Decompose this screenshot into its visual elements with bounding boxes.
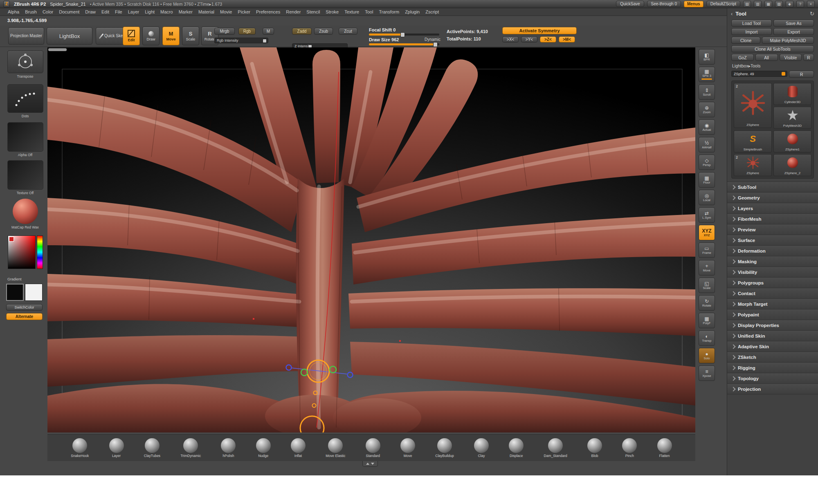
disk-gauge-icon[interactable]: ▥ xyxy=(754,1,762,7)
subpalette-header[interactable]: Masking xyxy=(727,256,818,267)
draw-mode-button[interactable]: Draw xyxy=(142,27,160,45)
subpalette-header[interactable]: Topology xyxy=(727,373,818,384)
menu-item[interactable]: Color xyxy=(40,9,56,14)
color-picker[interactable] xyxy=(6,235,44,269)
shelf-button[interactable]: ≡ Xpose xyxy=(699,365,715,381)
focal-shift-slider[interactable] xyxy=(369,34,439,36)
menu-item[interactable]: Zscript xyxy=(422,9,442,14)
menu-item[interactable]: Light xyxy=(142,9,157,14)
goz-all-button[interactable]: All xyxy=(755,54,778,61)
menu-item[interactable]: Material xyxy=(196,9,217,14)
symmetry-m-button[interactable]: >M< xyxy=(559,36,575,43)
slider-r-button[interactable]: R xyxy=(789,71,814,78)
close-icon[interactable]: × xyxy=(807,1,815,7)
gradient-label[interactable]: Gradient xyxy=(7,277,22,281)
shelf-button[interactable]: ◧ BPR xyxy=(699,49,715,65)
projection-master-button[interactable]: Projection Master xyxy=(8,27,44,45)
lock-icon[interactable]: ◈ xyxy=(786,1,793,7)
scale-mode-button[interactable]: S Scale xyxy=(182,27,199,45)
zcut-button[interactable]: Zcut xyxy=(339,28,357,35)
goz-visible-button[interactable]: Visible xyxy=(780,54,802,61)
tool-thumbnail-zsphere2[interactable]: ZSphere_2 xyxy=(773,154,811,176)
focal-shift-nub[interactable] xyxy=(400,32,405,37)
subpalette-header[interactable]: SubTool xyxy=(727,182,818,193)
stroke-tile[interactable]: Dots xyxy=(6,84,44,118)
collapse-panel-icon[interactable]: ‹ xyxy=(731,11,733,17)
menu-item[interactable]: Alpha xyxy=(5,9,22,14)
saturation-square[interactable] xyxy=(8,235,36,269)
canvas-scrollbar[interactable] xyxy=(48,48,67,51)
shelf-button[interactable]: XYZ XYZ xyxy=(699,225,715,240)
brush-preset[interactable]: Move xyxy=(400,438,415,458)
brush-preset[interactable]: Dam_Standard xyxy=(544,438,567,458)
refresh-icon[interactable]: ↻ xyxy=(810,11,814,17)
lightbox-tools-label[interactable]: Lightbox▸Tools xyxy=(731,63,814,69)
zadd-button[interactable]: Zadd xyxy=(292,28,312,35)
rgb-button[interactable]: Rgb xyxy=(238,28,256,35)
menu-item[interactable]: Picker xyxy=(235,9,253,14)
brush-preset[interactable]: Pinch xyxy=(622,438,637,458)
menu-item[interactable]: Render xyxy=(283,9,303,14)
export-button[interactable]: Export xyxy=(773,28,814,35)
brush-preset[interactable]: Layer xyxy=(109,438,124,458)
subpalette-header[interactable]: Layers xyxy=(727,203,818,214)
subpalette-header[interactable]: Preview xyxy=(727,224,818,235)
shelf-button[interactable]: ▦ SPix 3 xyxy=(699,67,715,82)
clone-all-subtools-button[interactable]: Clone All SubTools xyxy=(731,45,814,52)
shelf-button[interactable]: ◉ Actual xyxy=(699,119,715,135)
rgb-intensity-nub[interactable] xyxy=(263,39,267,43)
shelf-button[interactable]: ▦ PolyF xyxy=(699,313,715,328)
switch-color-button[interactable]: SwitchColor xyxy=(6,304,43,311)
goz-r-button[interactable]: R xyxy=(803,54,814,61)
default-zscript-button[interactable]: DefaultZScript xyxy=(706,1,740,7)
tablet-icon[interactable]: ▦ xyxy=(764,1,772,7)
texture-tile[interactable]: Texture Off xyxy=(6,160,44,195)
active-tool-slider[interactable]: ZSphere. 49 xyxy=(731,71,787,77)
hue-strip[interactable] xyxy=(37,235,43,269)
make-polymesh3d-button[interactable]: Make PolyMesh3D xyxy=(762,37,814,44)
shelf-button[interactable]: ◱ Scale xyxy=(699,278,715,293)
see-through-button[interactable]: See-through 0 xyxy=(647,1,681,7)
tool-thumbnail-zsphere1[interactable]: ZSphere1 xyxy=(773,130,811,152)
goz-button[interactable]: GoZ xyxy=(731,54,754,61)
tool-thumbnail-cylinder3d[interactable]: Cylinder3D xyxy=(773,83,811,105)
brush-preset[interactable]: Flatten xyxy=(657,438,672,458)
brush-preset[interactable]: Clay xyxy=(474,438,489,458)
symmetry-y-button[interactable]: >Y< xyxy=(521,36,537,43)
load-tool-button[interactable]: Load Tool xyxy=(731,20,772,27)
subpalette-header[interactable]: Adaptive Skin xyxy=(727,341,818,352)
brush-preset[interactable]: SnakeHook xyxy=(71,438,89,458)
subpalette-header[interactable]: Visibility xyxy=(727,267,818,278)
shelf-button[interactable]: ½ AAHalf xyxy=(699,137,715,152)
menu-item[interactable]: Macro xyxy=(157,9,176,14)
current-tool-thumbnail[interactable]: 2 ZSphere xyxy=(734,83,772,128)
menu-item[interactable]: Brush xyxy=(22,9,40,14)
symmetry-x-button[interactable]: >X< xyxy=(502,36,519,43)
menu-item[interactable]: Draw xyxy=(82,9,99,14)
menu-item[interactable]: Preferences xyxy=(253,9,283,14)
draw-size-slider[interactable] xyxy=(369,43,439,45)
grid-icon[interactable]: ▧ xyxy=(775,1,783,7)
menu-item[interactable]: Document xyxy=(56,9,82,14)
brush-preset[interactable]: ClayBuildup xyxy=(435,438,454,458)
edit-mode-button[interactable]: Edit xyxy=(123,27,140,45)
brush-preset[interactable]: TrimDynamic xyxy=(180,438,201,458)
menu-item[interactable]: Tool xyxy=(362,9,376,14)
brush-preset[interactable]: Move Elastic xyxy=(326,438,345,458)
shelf-button[interactable]: + Move xyxy=(699,260,715,276)
brush-preset[interactable]: Blob xyxy=(587,438,602,458)
subpalette-header[interactable]: Unified Skin xyxy=(727,331,818,341)
shelf-button[interactable]: ◐ Transp xyxy=(699,330,715,346)
subpalette-header[interactable]: Rigging xyxy=(727,363,818,373)
shelf-button[interactable]: ▭ Frame xyxy=(699,242,715,258)
save-as-button[interactable]: Save As xyxy=(773,20,814,27)
draw-size-nub[interactable] xyxy=(433,42,438,47)
lightbox-button[interactable]: LightBox xyxy=(47,27,92,45)
subpalette-header[interactable]: Surface xyxy=(727,235,818,246)
brush-preset[interactable]: Displace xyxy=(509,438,524,458)
brush-preset[interactable]: Standard xyxy=(366,438,380,458)
menus-toggle-button[interactable]: Menus xyxy=(684,1,703,7)
menu-item[interactable]: Zplugin xyxy=(402,9,422,14)
subpalette-header[interactable]: FiberMesh xyxy=(727,214,818,224)
subpalette-header[interactable]: Polygroups xyxy=(727,278,818,288)
